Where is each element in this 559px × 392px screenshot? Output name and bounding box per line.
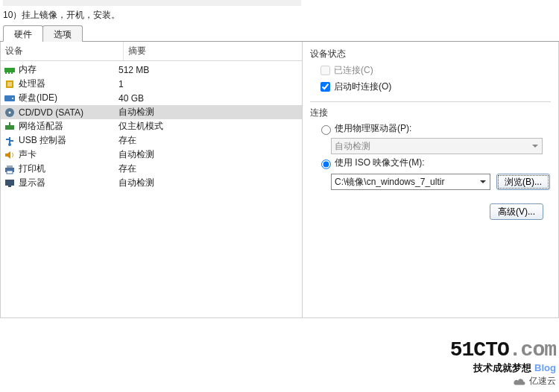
col-summary[interactable]: 摘要 bbox=[124, 42, 302, 60]
sound-icon bbox=[4, 149, 16, 161]
connected-checkbox-input bbox=[320, 66, 330, 75]
svg-rect-10 bbox=[5, 125, 14, 130]
connected-checkbox[interactable]: 已连接(C) bbox=[318, 63, 551, 78]
poweron-checkbox-input[interactable] bbox=[320, 82, 330, 92]
display-icon bbox=[4, 177, 16, 189]
watermark-51cto: 51CTO.com bbox=[450, 338, 556, 361]
device-summary: 自动检测 bbox=[117, 177, 299, 189]
poweron-checkbox[interactable]: 启动时连接(O) bbox=[318, 80, 551, 94]
usb-icon bbox=[4, 135, 16, 147]
svg-rect-1 bbox=[5, 72, 7, 74]
iso-label: 使用 ISO 映像文件(M): bbox=[335, 157, 425, 169]
connected-checkbox-label: 已连接(C) bbox=[334, 64, 373, 77]
svg-rect-15 bbox=[10, 140, 13, 142]
net-icon bbox=[4, 121, 16, 133]
device-summary: 自动检测 bbox=[117, 106, 299, 118]
poweron-checkbox-label: 启动时连接(O) bbox=[334, 80, 391, 93]
device-row-cd[interactable]: CD/DVD (SATA)自动检测 bbox=[1, 105, 302, 119]
cd-icon bbox=[4, 107, 16, 118]
watermark: 51CTO.com 技术成就梦想 Blog 亿速云 bbox=[450, 338, 556, 388]
device-name: 处理器 bbox=[19, 78, 45, 90]
svg-rect-14 bbox=[6, 139, 9, 140]
cpu-icon bbox=[4, 78, 16, 90]
device-detail-pane: 设备状态 已连接(C) 启动时连接(O) 连接 使用物理驱动器(P): bbox=[303, 42, 558, 317]
physical-drive-select: 自动检测 bbox=[331, 138, 543, 154]
device-summary: 1 bbox=[117, 79, 299, 89]
device-name: 硬盘(IDE) bbox=[19, 92, 57, 104]
device-name: CD/DVD (SATA) bbox=[19, 107, 83, 118]
connection-group-title: 连接 bbox=[310, 107, 551, 119]
browse-button[interactable]: 浏览(B)... bbox=[496, 174, 550, 190]
svg-rect-5 bbox=[7, 82, 12, 86]
device-summary: 存在 bbox=[117, 134, 299, 147]
device-row-hdd[interactable]: 硬盘(IDE)40 GB bbox=[1, 91, 302, 105]
status-group-title: 设备状态 bbox=[310, 48, 551, 60]
iso-radio-input[interactable] bbox=[321, 159, 331, 169]
device-row-sound[interactable]: 声卡自动检测 bbox=[1, 148, 302, 162]
physical-drive-label: 使用物理驱动器(P): bbox=[335, 122, 411, 135]
advanced-button[interactable]: 高级(V)... bbox=[490, 203, 543, 220]
physical-drive-radio-input[interactable] bbox=[321, 125, 331, 135]
device-row-usb[interactable]: USB 控制器存在 bbox=[1, 133, 302, 148]
svg-point-9 bbox=[9, 111, 11, 113]
svg-rect-11 bbox=[9, 122, 10, 125]
device-name: 显示器 bbox=[19, 177, 45, 189]
watermark-cloud: 亿速云 bbox=[450, 375, 556, 388]
svg-rect-20 bbox=[8, 186, 11, 187]
device-summary: 自动检测 bbox=[117, 148, 299, 161]
device-summary: 仅主机模式 bbox=[117, 120, 299, 133]
device-row-net[interactable]: 网络适配器仅主机模式 bbox=[1, 119, 302, 133]
device-table-header: 设备 摘要 bbox=[1, 42, 302, 61]
page-caption: 10）挂上镜像，开机，安装。 bbox=[0, 7, 559, 25]
device-row-display[interactable]: 显示器自动检测 bbox=[1, 176, 302, 190]
device-summary: 40 GB bbox=[117, 93, 299, 104]
svg-rect-3 bbox=[11, 72, 13, 74]
device-name: 声卡 bbox=[19, 148, 37, 161]
device-list-pane: 设备 摘要 内存512 MB处理器1硬盘(IDE)40 GBCD/DVD (SA… bbox=[1, 42, 303, 317]
svg-rect-2 bbox=[8, 72, 10, 74]
svg-rect-0 bbox=[4, 68, 15, 72]
tab-bar: 硬件 选项 bbox=[0, 25, 559, 42]
svg-rect-17 bbox=[7, 165, 13, 168]
col-device[interactable]: 设备 bbox=[1, 42, 124, 60]
device-row-printer[interactable]: 打印机存在 bbox=[1, 162, 302, 176]
device-name: USB 控制器 bbox=[19, 134, 66, 147]
device-rows: 内存512 MB处理器1硬盘(IDE)40 GBCD/DVD (SATA)自动检… bbox=[1, 61, 302, 317]
svg-rect-13 bbox=[9, 137, 10, 145]
device-row-memory[interactable]: 内存512 MB bbox=[1, 63, 302, 77]
svg-rect-18 bbox=[7, 171, 13, 174]
svg-rect-19 bbox=[5, 180, 14, 186]
separator bbox=[310, 101, 551, 102]
tab-hardware[interactable]: 硬件 bbox=[3, 25, 43, 42]
iso-radio[interactable]: 使用 ISO 映像文件(M): bbox=[318, 157, 551, 169]
settings-panel: 设备 摘要 内存512 MB处理器1硬盘(IDE)40 GBCD/DVD (SA… bbox=[0, 42, 559, 318]
device-name: 打印机 bbox=[19, 162, 45, 175]
tab-options[interactable]: 选项 bbox=[42, 25, 83, 42]
device-summary: 512 MB bbox=[117, 65, 299, 75]
svg-point-7 bbox=[12, 98, 13, 99]
device-row-cpu[interactable]: 处理器1 bbox=[1, 77, 302, 91]
watermark-sub: 技术成就梦想 Blog bbox=[450, 361, 556, 375]
hdd-icon bbox=[4, 92, 16, 104]
iso-path-combo[interactable]: C:\镜像\cn_windows_7_ultir bbox=[331, 174, 490, 190]
physical-drive-radio[interactable]: 使用物理驱动器(P): bbox=[318, 122, 551, 135]
printer-icon bbox=[4, 163, 16, 175]
device-summary: 存在 bbox=[117, 162, 299, 175]
device-name: 内存 bbox=[19, 63, 37, 76]
device-name: 网络适配器 bbox=[19, 120, 63, 133]
memory-icon bbox=[4, 64, 16, 76]
top-strip bbox=[3, 0, 301, 6]
